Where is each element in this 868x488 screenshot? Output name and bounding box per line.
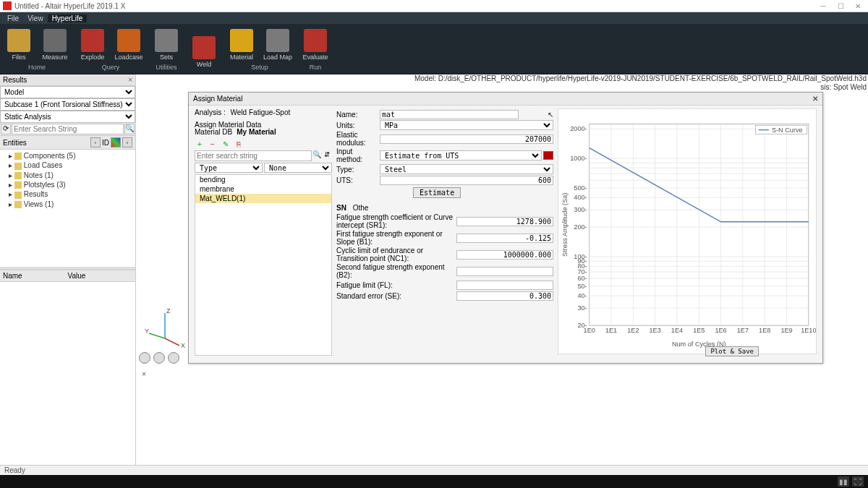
tree-item[interactable]: ▸ Load Cases [3,160,132,170]
b2-label: Second fatigue strength exponent (B2): [336,263,456,279]
ribbon-files[interactable]: Files [1,27,36,62]
sort-icon[interactable]: ⇵ [322,150,332,161]
material-item[interactable]: bending [195,175,331,184]
menu-view[interactable]: View [23,14,48,22]
other-tab[interactable]: Othe [353,204,369,212]
filter-type1[interactable]: Type [195,163,263,173]
emod-label: Elastic modulus: [336,131,380,147]
plot-save-button[interactable]: Plot & Save [705,346,759,356]
y-axis-label: Y [145,328,149,335]
uts-label: UTS: [336,176,380,184]
svg-text:500-: 500- [574,184,587,192]
emod-input[interactable] [380,134,553,144]
units-select[interactable]: MPa [380,120,553,130]
id-label: ID [102,139,109,147]
ribbon-sets[interactable]: Sets [149,27,184,62]
axes-gizmo[interactable]: Z Y X [143,306,187,349]
tree-item[interactable]: ▸ Plotstyles (3) [3,180,132,189]
cursor-icon: ↖ [548,111,553,119]
svg-text:1E5: 1E5 [693,327,705,334]
type-select[interactable]: Steel [380,164,553,174]
tab-my-material[interactable]: My Material [237,128,276,136]
tree-item[interactable]: ▸ Views (1) [3,200,132,209]
ribbon-group-label: Home [28,62,46,71]
files-icon [7,29,30,52]
sn-tab[interactable]: SN [336,204,346,212]
add-icon[interactable]: + [195,140,205,148]
evaluate-icon [304,29,327,52]
entities-color-btn[interactable] [111,137,121,147]
analysis-value: Weld Fatigue-Spot [231,108,291,116]
svg-text:1E4: 1E4 [671,327,683,334]
model-tree[interactable]: ▸ Components (5)▸ Load Cases▸ Notes (1)▸… [0,150,135,267]
ribbon-loadcase[interactable]: Loadcase [111,27,146,62]
ribbon-group-label: Setup [251,62,268,71]
ribbon-label: Weld [197,61,211,68]
results-close-icon[interactable]: × [128,76,132,84]
svg-line-64 [165,338,179,346]
material-item[interactable]: Mat_WELD(1) [195,194,331,203]
tree-item[interactable]: ▸ Results [3,189,132,199]
vp-tool-2[interactable] [153,352,165,364]
vp-tool-3[interactable] [168,352,179,364]
edit-icon[interactable]: ✎ [221,140,231,148]
subcase-combo[interactable]: Subcase 1 (Front Torsional Stiffness) [0,98,135,111]
svg-text:1000-: 1000- [570,155,587,162]
results-search-icon[interactable]: 🔍 [124,124,135,134]
svg-text:1E6: 1E6 [715,327,726,334]
material-item[interactable]: membrane [195,184,331,194]
dialog-close-icon[interactable]: ✕ [812,95,818,103]
nc1-input[interactable] [456,250,553,260]
viewport-close-icon[interactable]: × [142,370,146,378]
uts-input[interactable] [380,176,553,185]
ribbon-weld[interactable]: Weld [187,27,221,69]
pause-icon[interactable]: ▮▮ [838,476,849,487]
ribbon-group-label: Run [310,62,322,71]
entities-btn1[interactable]: ▫ [90,137,101,147]
remove-icon[interactable]: − [208,140,218,148]
material-search[interactable] [195,150,312,161]
ribbon-evaluate[interactable]: Evaluate [298,27,333,62]
tab-material-db[interactable]: Material DB [195,128,232,136]
ribbon-material[interactable]: Material [224,27,259,62]
close-button[interactable]: ✕ [851,2,865,10]
ribbon-explode[interactable]: Explode [75,27,110,62]
b1-input[interactable] [456,234,553,243]
curve-picker-icon[interactable] [543,151,553,160]
menu-file[interactable]: File [3,14,23,22]
fl-input[interactable] [456,281,553,290]
svg-text:1E9: 1E9 [780,327,792,334]
analysis-combo[interactable]: Static Analysis [0,111,135,123]
entities-btn3[interactable]: ▫ [122,137,132,147]
type-label: Type: [336,166,380,174]
tree-item[interactable]: ▸ Components (5) [3,151,132,160]
sr1-input[interactable] [456,217,553,226]
viewport[interactable]: Model: D:/disk_E/OTHER_PRODUCT/hyperlife… [136,74,868,465]
material-search-icon[interactable]: 🔍 [312,150,322,161]
sis-label: sis: Spot Weld [820,83,867,91]
model-combo[interactable]: Model [0,86,135,98]
material-list[interactable]: bendingmembraneMat_WELD(1) [195,174,332,356]
maximize-button[interactable]: ☐ [833,2,848,10]
refresh-icon[interactable]: ⟳ [1,124,11,134]
b2-input[interactable] [456,267,553,276]
ribbon-load-map[interactable]: Load Map [260,27,295,62]
estimate-button[interactable]: Estimate [413,187,461,198]
minimize-button[interactable]: ─ [816,2,830,10]
bottom-bar: ▮▮ ⛶ [0,475,868,488]
tree-item[interactable]: ▸ Notes (1) [3,171,132,180]
se-input[interactable] [456,291,553,301]
sets-icon [155,29,178,52]
loadcase-icon [117,29,140,52]
dialog-title: Assign Material [193,95,242,103]
filter-type2[interactable]: None [264,163,332,173]
name-input[interactable] [380,110,519,119]
screen-icon[interactable]: ⛶ [852,476,864,487]
menu-hyperlife[interactable]: HyperLife [48,14,88,22]
copy-icon[interactable]: ⎘ [234,140,244,148]
svg-text:50-: 50- [577,283,587,290]
vp-tool-1[interactable] [139,352,150,364]
ribbon-measure[interactable]: Measure [38,27,72,62]
inputmethod-select[interactable]: Estimate from UTS [380,150,542,160]
results-search[interactable] [12,124,124,134]
